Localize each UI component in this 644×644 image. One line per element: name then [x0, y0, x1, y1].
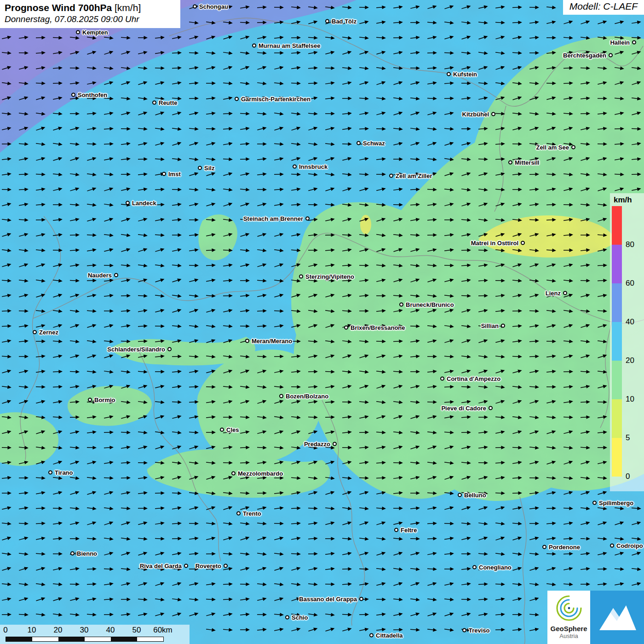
city-marker	[399, 303, 403, 307]
city-tirano: Tirano	[48, 469, 73, 476]
city-cles: Cles	[220, 426, 239, 433]
city-kitzbühel: Kitzbühel	[462, 111, 496, 118]
city-label: Schongau	[199, 3, 228, 10]
city-marker	[48, 471, 52, 475]
city-label: Spilimbergo	[599, 500, 633, 506]
city-marker	[193, 5, 197, 9]
scale-label: 40	[106, 626, 115, 635]
city-marker	[592, 501, 597, 505]
city-zell-am-see: Zell am See	[536, 144, 575, 151]
legend-tick-label: 80	[626, 240, 634, 249]
geosphere-spiral-icon	[547, 591, 590, 624]
city-label: Mezzolombardo	[238, 470, 283, 477]
scale-label: 0	[3, 626, 7, 635]
city-label: Sillian	[481, 322, 499, 329]
map-valid-time: Donnerstag, 07.08.2025 09:00 Uhr	[5, 14, 176, 25]
city-matrei-in-osttirol: Matrei in Osttirol	[471, 240, 525, 247]
city-garmisch-partenkirchen: Garmisch-Partenkirchen	[235, 96, 310, 103]
city-label: Bormio	[94, 397, 115, 403]
city-pordenone: Pordenone	[542, 544, 580, 551]
legend-swatch-40	[612, 283, 622, 322]
city-berchtesgaden: Berchtesgaden	[563, 52, 613, 59]
city-trento: Trento	[236, 510, 261, 517]
city-label: Nauders	[88, 272, 112, 279]
city-label: Berchtesgaden	[563, 52, 606, 59]
city-label: Innsbruck	[299, 163, 328, 170]
city-label: Cles	[226, 426, 239, 433]
city-label: Schwaz	[363, 140, 385, 147]
wind-forecast-map-page: SchongauBad TölzKemptenMurnau am Staffel…	[0, 0, 644, 644]
city-mittersill: Mittersill	[508, 159, 539, 166]
scale-segment	[111, 637, 137, 641]
city-schwaz: Schwaz	[356, 140, 385, 147]
city-marker	[88, 398, 92, 402]
city-marker	[632, 40, 636, 45]
scale-label: 20	[54, 626, 63, 635]
scale-segment	[137, 637, 163, 641]
city-marker	[231, 472, 236, 476]
city-marker	[356, 141, 361, 145]
mountain-icon	[590, 591, 644, 644]
scale-segment	[85, 637, 111, 641]
city-lienz: Lienz	[546, 290, 567, 297]
city-marker	[610, 544, 614, 548]
city-marker	[305, 217, 310, 221]
city-label: Zernez	[39, 329, 58, 336]
city-landeck: Landeck	[126, 200, 156, 207]
city-label: Predazzo	[304, 441, 330, 448]
legend-swatch-60	[612, 245, 622, 283]
city-marker	[285, 615, 289, 620]
city-label: Reutte	[159, 99, 177, 106]
legend-swatch-20	[612, 322, 622, 361]
city-marker	[501, 324, 505, 328]
city-nauders: Nauders	[88, 272, 118, 279]
city-schlanders-silandro: Schlanders/Silandro	[107, 346, 172, 353]
city-bozen-bolzano: Bozen/Bolzano	[279, 393, 328, 400]
city-marker	[394, 528, 398, 532]
city-label: Treviso	[469, 627, 490, 634]
city-marker	[184, 564, 188, 568]
city-zernez: Zernez	[33, 329, 58, 336]
city-label: Conegliano	[479, 564, 512, 571]
city-meran-merano: Meran/Merano	[245, 338, 292, 345]
city-label: Pordenone	[549, 544, 580, 551]
city-conegliano: Conegliano	[472, 564, 512, 571]
legend-tick-label: 0	[626, 472, 630, 481]
city-marker	[458, 493, 462, 497]
city-marker	[542, 545, 546, 549]
city-predazzo: Predazzo	[304, 441, 337, 448]
legend-tick-label: 40	[626, 317, 634, 327]
city-marker	[299, 275, 303, 279]
city-marker	[198, 166, 202, 170]
city-marker	[447, 72, 451, 76]
city-marker	[235, 97, 239, 101]
city-label: Brixen/Bressanone	[351, 324, 405, 331]
city-marker	[369, 633, 374, 638]
city-label: Rovereto	[196, 563, 221, 569]
geosphere-logo-panel: GeoSphere Austria	[547, 591, 590, 644]
city-marker	[462, 628, 466, 632]
city-marker	[293, 165, 297, 169]
city-label: Cittadella	[376, 632, 403, 639]
city-marker	[76, 30, 80, 34]
city-label: Sterzing/Vipiteno	[305, 273, 354, 280]
city-marker	[521, 241, 525, 245]
legend-tick-label: 20	[626, 356, 634, 365]
title-parameter: Prognose Wind 700hPa	[5, 2, 112, 13]
city-label: Feltre	[401, 527, 417, 534]
city-riva-del-garda: Riva del Garda	[140, 563, 188, 569]
city-marker	[333, 442, 337, 446]
city-label: Matrei in Osttirol	[471, 240, 518, 247]
scale-label: 60km	[153, 626, 172, 635]
city-kempten: Kempten	[76, 29, 108, 36]
city-bad-tölz: Bad Tölz	[325, 18, 356, 25]
city-bruneck-brunico: Bruneck/Brunico	[399, 301, 454, 308]
city-bormio: Bormio	[88, 397, 115, 403]
city-mezzolombardo: Mezzolombardo	[231, 470, 283, 477]
city-label: Mittersill	[515, 159, 539, 166]
city-label: Kitzbühel	[462, 111, 489, 118]
city-marker	[167, 347, 172, 351]
city-label: Cortina d'Ampezzo	[447, 375, 500, 382]
city-label: Bienno	[77, 550, 97, 557]
city-cortina-d-ampezzo: Cortina d'Ampezzo	[440, 375, 500, 382]
